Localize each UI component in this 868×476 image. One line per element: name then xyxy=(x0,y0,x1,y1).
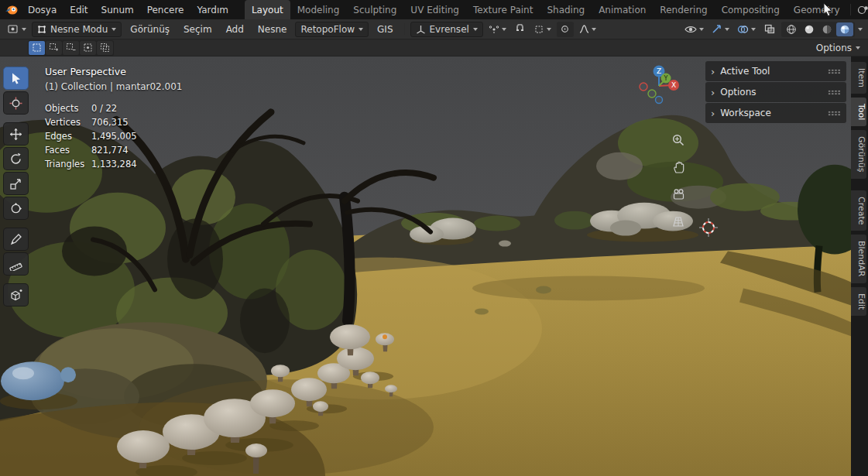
blender-logo-icon[interactable] xyxy=(5,4,18,16)
orientation-label: Evrensel xyxy=(430,24,469,35)
menu-pencere[interactable]: Pencere xyxy=(141,2,190,18)
tool-add-cube-button[interactable] xyxy=(3,283,29,306)
tool-transform-button[interactable] xyxy=(3,197,29,220)
workspace-tab-uv-editing[interactable]: UV Editing xyxy=(403,2,466,19)
select-subtract-icon xyxy=(66,43,76,53)
pan-button[interactable] xyxy=(669,158,688,176)
drag-grip-icon[interactable] xyxy=(828,90,841,95)
sidebar-tab-tool[interactable]: Tool xyxy=(851,98,866,126)
workspace-tab-texture-paint[interactable]: Texture Paint xyxy=(466,2,540,19)
sidebar-tab-edit[interactable]: Edit xyxy=(851,287,866,316)
overlays-caret xyxy=(751,28,756,31)
tool-cursor-button[interactable] xyxy=(3,91,29,115)
tool-move-button[interactable] xyxy=(3,122,29,146)
retopoflow-dropdown[interactable]: RetopoFlow xyxy=(295,22,369,37)
menu-edit[interactable]: Edit xyxy=(63,2,94,18)
menu-secim[interactable]: Seçim xyxy=(178,22,218,36)
3d-viewport[interactable]: User Perspective (1) Collection | mantar… xyxy=(0,57,851,476)
workspace-tab-rendering[interactable]: Rendering xyxy=(653,2,714,19)
3d-cursor xyxy=(698,217,719,238)
shading-dropdown-caret[interactable] xyxy=(858,28,863,31)
tool-options-caret xyxy=(856,46,860,50)
workspace-tab-geometry[interactable]: Geometry xyxy=(787,2,847,19)
xray-toggle-button[interactable] xyxy=(761,22,778,37)
active-collection-label: (1) Collection | mantar02.001 xyxy=(45,81,182,92)
navigation-gizmo[interactable]: Z X Y xyxy=(636,63,681,108)
viewport-header: Nesne Modu Görünüş Seçim Add Nesne Retop… xyxy=(0,19,868,39)
object-mode-icon xyxy=(37,25,46,34)
transform-orientation-dropdown[interactable]: Evrensel xyxy=(410,22,483,37)
select-mode-extend-button[interactable] xyxy=(46,41,62,55)
gizmo-z-label: Z xyxy=(657,67,661,75)
sidebar-tab-strip: Item Tool Görünüş Create BlendAR Edit xyxy=(851,57,868,476)
sidebar-tab-gorunus[interactable]: Görünüş xyxy=(851,130,866,178)
stat-value: 1,133,284 xyxy=(91,159,137,170)
workspace-tab-shading[interactable]: Shading xyxy=(540,2,592,19)
select-mode-intersect-button[interactable] xyxy=(97,41,113,55)
menu-gis[interactable]: GIS xyxy=(372,22,398,36)
sidebar-tab-blendar[interactable]: BlendAR xyxy=(851,235,866,283)
stat-value: 821,774 xyxy=(91,145,137,156)
pivot-point-dropdown[interactable] xyxy=(486,22,509,37)
camera-view-button[interactable] xyxy=(669,185,688,204)
shading-material-button[interactable] xyxy=(818,22,835,36)
workspace-tab-animation[interactable]: Animation xyxy=(592,2,653,19)
editor-type-caret xyxy=(22,28,26,31)
tool-annotate-button[interactable] xyxy=(3,228,29,251)
workspace-tab-layout[interactable]: Layout xyxy=(245,0,290,19)
visibility-eye-icon xyxy=(684,25,697,34)
stat-label: Edges xyxy=(45,131,91,142)
menu-dosya[interactable]: Dosya xyxy=(22,2,63,18)
shading-solid-icon xyxy=(804,24,815,35)
gizmos-caret xyxy=(725,28,729,31)
workspace-tab-modeling[interactable]: Modeling xyxy=(290,2,347,19)
shading-solid-button[interactable] xyxy=(801,22,818,36)
menu-sunum[interactable]: Sunum xyxy=(95,2,140,18)
orientation-axes-icon xyxy=(416,25,426,34)
overlays-dropdown[interactable] xyxy=(735,22,758,37)
separator xyxy=(850,4,851,15)
proportional-falloff-dropdown[interactable] xyxy=(577,22,599,37)
menu-yardim[interactable]: Yardım xyxy=(191,2,235,18)
tool-scale-button[interactable] xyxy=(3,172,29,195)
snap-toggle-button[interactable] xyxy=(512,22,529,37)
proportional-editing-toggle[interactable] xyxy=(557,22,574,37)
mode-dropdown[interactable]: Nesne Modu xyxy=(32,22,122,37)
snap-settings-dropdown[interactable] xyxy=(532,22,554,37)
panel-options[interactable]: › Options xyxy=(705,82,846,102)
drag-grip-icon[interactable] xyxy=(828,69,841,74)
panel-active-tool[interactable]: › Active Tool xyxy=(705,61,846,81)
tool-rotate-button[interactable] xyxy=(3,147,29,170)
menu-gorunus[interactable]: Görünüş xyxy=(125,22,175,36)
topbar: Dosya Edit Sunum Pencere Yardım Layout M… xyxy=(0,0,868,19)
drag-grip-icon[interactable] xyxy=(828,111,841,116)
sidebar-tab-create[interactable]: Create xyxy=(851,190,866,231)
gizmos-dropdown[interactable] xyxy=(709,22,732,37)
tool-options-dropdown[interactable]: Options xyxy=(816,43,860,53)
scale-icon xyxy=(9,177,22,190)
sidebar-tab-item[interactable]: Item xyxy=(851,62,866,94)
select-mode-new-button[interactable] xyxy=(29,41,45,55)
snap-target-icon xyxy=(534,25,544,34)
editor-type-button[interactable] xyxy=(5,22,29,37)
shading-rendered-button[interactable] xyxy=(836,22,853,36)
xray-toggle-icon xyxy=(764,24,775,34)
visibility-dropdown[interactable] xyxy=(682,22,706,37)
menu-add[interactable]: Add xyxy=(221,22,249,36)
chevron-right-icon: › xyxy=(711,108,715,118)
panel-workspace[interactable]: › Workspace xyxy=(705,103,846,123)
toggle-perspective-button[interactable] xyxy=(669,212,688,231)
workspace-tab-compositing[interactable]: Compositing xyxy=(715,2,787,19)
select-mode-subtract-button[interactable] xyxy=(63,41,79,55)
orientation-caret xyxy=(473,28,478,31)
select-mode-invert-button[interactable] xyxy=(80,41,96,55)
zoom-button[interactable] xyxy=(669,131,688,149)
shading-wireframe-button[interactable] xyxy=(783,22,800,36)
menu-nesne[interactable]: Nesne xyxy=(252,22,293,36)
tool-select-box-button[interactable] xyxy=(3,67,29,90)
blender-logo-icon xyxy=(5,5,18,15)
workspace-tab-sculpting[interactable]: Sculpting xyxy=(346,2,403,19)
tool-measure-button[interactable] xyxy=(3,252,29,276)
gizmo-y-label: Y xyxy=(664,75,668,82)
mode-dropdown-caret xyxy=(112,28,116,31)
